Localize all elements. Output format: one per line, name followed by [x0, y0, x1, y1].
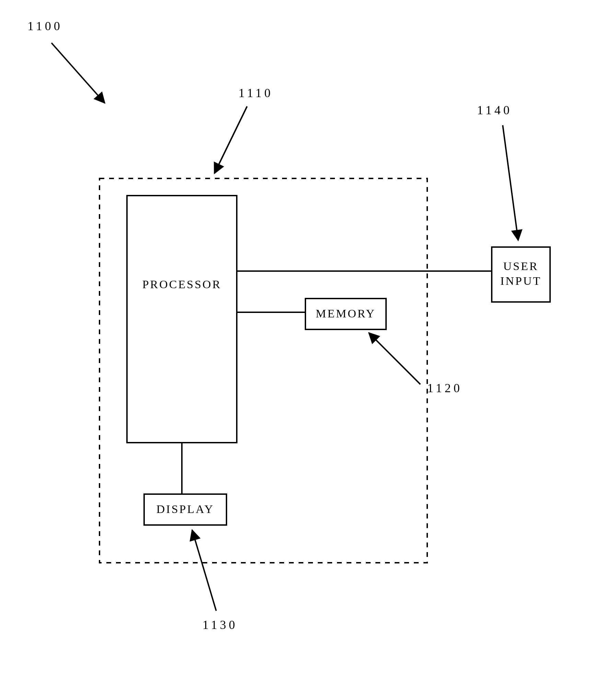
lead-1140	[503, 125, 518, 240]
ref-1130: 1130	[202, 618, 238, 632]
lead-1120	[369, 333, 420, 384]
display-label: DISPLAY	[144, 503, 226, 516]
user-input-label: USER INPUT	[492, 259, 550, 288]
lead-1110	[214, 106, 247, 173]
diagram-canvas: 1100 1110 1140 1120 1130 PROCESSOR MEMOR…	[0, 0, 594, 700]
ref-1120: 1120	[427, 381, 463, 395]
processor-box	[127, 196, 237, 443]
processor-label: PROCESSOR	[127, 278, 237, 291]
ref-1110: 1110	[238, 86, 273, 100]
ref-1100: 1100	[27, 19, 63, 33]
memory-label: MEMORY	[305, 307, 386, 320]
lead-1130	[192, 530, 216, 611]
lead-1100	[51, 43, 105, 103]
ref-1140: 1140	[477, 103, 512, 117]
